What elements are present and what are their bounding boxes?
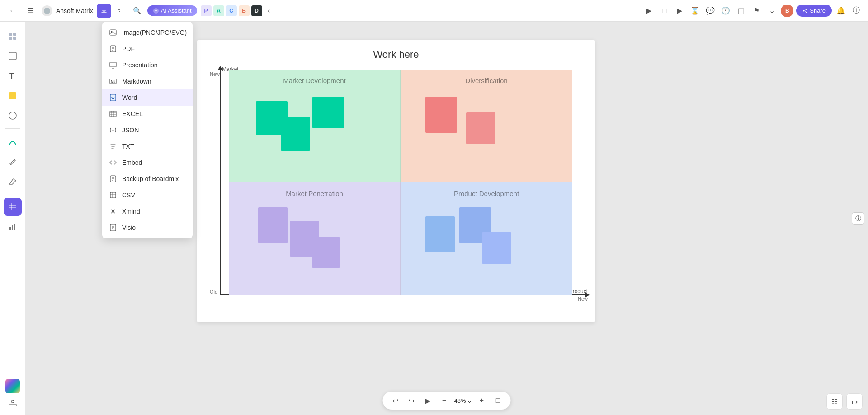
menu-item-csv[interactable]: CSV bbox=[102, 187, 193, 203]
plugin-p[interactable]: P bbox=[201, 5, 212, 16]
presentation-icon bbox=[108, 61, 118, 70]
sidebar-eraser[interactable] bbox=[4, 172, 22, 190]
sticky-note[interactable] bbox=[482, 232, 511, 264]
zoom-out-button[interactable]: − bbox=[438, 394, 450, 407]
plugin-d[interactable]: D bbox=[251, 5, 262, 16]
grid-button[interactable]: ☷ bbox=[826, 393, 843, 410]
svg-rect-12 bbox=[12, 225, 13, 230]
timer-button[interactable]: ⌛ bbox=[689, 5, 701, 17]
plugin-c[interactable]: C bbox=[226, 5, 237, 16]
menu-item-xmind-label: Xmind bbox=[122, 208, 140, 215]
svg-point-25 bbox=[113, 130, 114, 131]
expand-map-button[interactable]: ↦ bbox=[846, 393, 863, 410]
sidebar-table[interactable] bbox=[4, 198, 22, 216]
svg-rect-10 bbox=[9, 203, 16, 210]
sticky-note[interactable] bbox=[425, 216, 455, 252]
menu-item-pdf[interactable]: PDF bbox=[102, 41, 193, 57]
svg-rect-24 bbox=[110, 111, 116, 117]
play-button[interactable]: ▶ bbox=[673, 5, 686, 17]
menu-button[interactable]: ☰ bbox=[24, 4, 38, 18]
sticky-note[interactable] bbox=[466, 112, 495, 144]
color-palette-button[interactable] bbox=[5, 379, 20, 393]
svg-rect-13 bbox=[14, 224, 15, 230]
menu-item-presentation[interactable]: Presentation bbox=[102, 57, 193, 73]
sticky-note[interactable] bbox=[281, 117, 310, 151]
svg-rect-3 bbox=[13, 33, 16, 36]
sidebar-shape[interactable] bbox=[4, 107, 22, 125]
undo-button[interactable]: ↩ bbox=[389, 394, 401, 407]
menu-item-excel[interactable]: EXCEL bbox=[102, 106, 193, 122]
menu-item-txt[interactable]: TXT bbox=[102, 138, 193, 154]
flag-button[interactable]: ⚑ bbox=[750, 5, 763, 17]
canvas-area[interactable]: Image(PNG/JPG/SVG) PDF Presentation M↓ bbox=[25, 22, 868, 415]
info-button[interactable]: ⓘ bbox=[850, 5, 863, 17]
frame-button[interactable]: □ bbox=[658, 5, 670, 17]
sidebar-connector[interactable] bbox=[4, 132, 22, 150]
right-info-button[interactable]: ⓘ bbox=[852, 212, 864, 225]
notification-button[interactable]: 🔔 bbox=[835, 5, 847, 17]
redo-button[interactable]: ↪ bbox=[405, 394, 418, 407]
menu-item-json[interactable]: JSON bbox=[102, 122, 193, 138]
back-button[interactable]: ← bbox=[5, 4, 20, 18]
menu-item-word-label: Word bbox=[122, 94, 137, 101]
sidebar-pen[interactable] bbox=[4, 152, 22, 170]
bottom-toolbar: ↩ ↪ ▶ − 48% ⌄ + □ bbox=[382, 392, 510, 410]
toolbar-right: ▶ □ ▶ ⌛ 💬 🕐 ◫ ⚑ ⌄ B Share 🔔 ⓘ bbox=[642, 5, 863, 17]
svg-text:W: W bbox=[111, 96, 115, 100]
menu-item-markdown[interactable]: M↓ Markdown bbox=[102, 73, 193, 89]
menu-item-image[interactable]: Image(PNG/JPG/SVG) bbox=[102, 24, 193, 41]
zoom-display[interactable]: 48% ⌄ bbox=[454, 397, 472, 404]
json-icon bbox=[108, 126, 118, 135]
svg-rect-19 bbox=[110, 62, 116, 67]
sidebar-sticky[interactable] bbox=[4, 87, 22, 105]
pointer-button[interactable]: ▶ bbox=[421, 394, 434, 407]
menu-item-visio[interactable]: Visio bbox=[102, 219, 193, 236]
sticky-note[interactable] bbox=[425, 97, 457, 133]
sidebar-map-button[interactable] bbox=[5, 395, 20, 410]
sticky-note[interactable] bbox=[258, 207, 288, 243]
sidebar-more[interactable]: ⋯ bbox=[4, 238, 22, 256]
sidebar-text[interactable]: T bbox=[4, 67, 22, 85]
app-name: Ansoft Matrix bbox=[56, 7, 93, 14]
menu-item-presentation-label: Presentation bbox=[122, 61, 158, 69]
clock-button[interactable]: 🕐 bbox=[719, 5, 732, 17]
sticky-note[interactable] bbox=[312, 237, 340, 268]
sidebar-frame[interactable] bbox=[4, 47, 22, 65]
svg-rect-6 bbox=[9, 52, 16, 60]
svg-rect-11 bbox=[9, 227, 11, 230]
export-button[interactable] bbox=[97, 4, 111, 18]
plugin-a[interactable]: A bbox=[213, 5, 224, 16]
sticky-note[interactable] bbox=[312, 97, 344, 128]
sidebar-home[interactable] bbox=[4, 27, 22, 45]
svg-point-15 bbox=[11, 400, 14, 403]
main-area: T ⋯ bbox=[0, 22, 868, 415]
menu-item-backup[interactable]: Backup of Boardmix bbox=[102, 171, 193, 187]
menu-item-embed[interactable]: Embed bbox=[102, 154, 193, 171]
layout-button[interactable]: ◫ bbox=[735, 5, 747, 17]
backup-icon bbox=[108, 174, 118, 183]
ai-assistant-button[interactable]: AI Assistant bbox=[147, 5, 197, 16]
more-button[interactable]: ‹ bbox=[266, 6, 272, 16]
top-toolbar: ← ☰ Ansoft Matrix 🏷 🔍 AI Assistant P A C… bbox=[0, 0, 868, 22]
nav-forward-button[interactable]: ▶ bbox=[642, 5, 655, 17]
board-title: Work here bbox=[206, 49, 586, 61]
sidebar-chart[interactable] bbox=[4, 218, 22, 236]
zoom-in-button[interactable]: + bbox=[476, 394, 488, 407]
menu-item-backup-label: Backup of Boardmix bbox=[122, 175, 179, 182]
quadrant-market-penetration: Market Penetration bbox=[229, 182, 401, 295]
tag-button[interactable]: 🏷 bbox=[115, 5, 127, 17]
plugin-b[interactable]: B bbox=[239, 5, 250, 16]
matrix-wrapper: Market Product New Old New Market Develo… bbox=[206, 70, 586, 313]
sidebar-divider-3 bbox=[5, 375, 20, 375]
visio-icon bbox=[108, 223, 118, 232]
fit-button[interactable]: □ bbox=[492, 394, 505, 407]
menu-item-xmind[interactable]: Xmind bbox=[102, 203, 193, 219]
share-button[interactable]: Share bbox=[796, 5, 832, 17]
search-button[interactable]: 🔍 bbox=[131, 5, 144, 17]
menu-item-pdf-label: PDF bbox=[122, 45, 135, 52]
menu-item-word[interactable]: W Word bbox=[102, 89, 193, 106]
expand-button[interactable]: ⌄ bbox=[765, 5, 778, 17]
comment-button[interactable]: 💬 bbox=[704, 5, 717, 17]
user-avatar[interactable]: B bbox=[781, 5, 793, 17]
embed-icon bbox=[108, 158, 118, 167]
